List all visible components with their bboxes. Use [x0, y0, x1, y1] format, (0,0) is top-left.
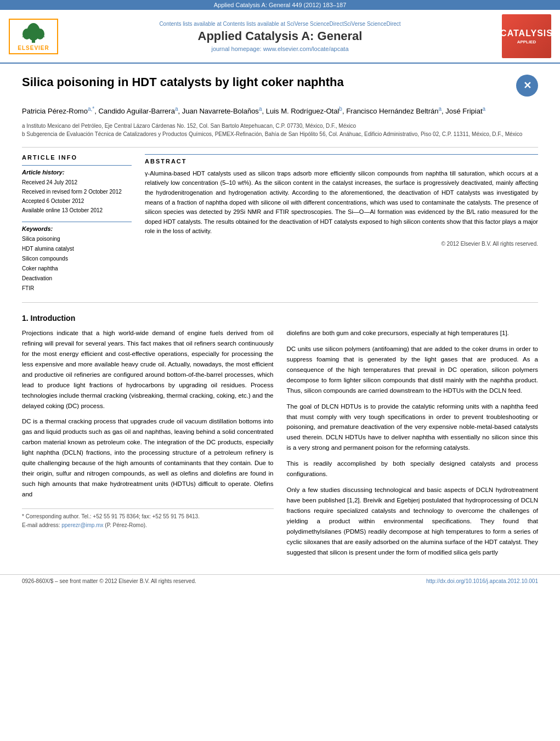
body-para-right-1: diolefins are both gum and coke precurso…: [287, 328, 539, 338]
author-hernandez: Francisco Hernández Beltrán: [346, 107, 438, 115]
homepage-url[interactable]: www.elsevier.com/locate/apcata: [263, 46, 349, 52]
body-para-right-3: The goal of DLCN HDTUs is to provide the…: [287, 401, 539, 454]
issn-line: 0926-860X/$ – see front matter © 2012 El…: [22, 578, 196, 584]
footnote-email-label: E-mail address:: [22, 522, 60, 528]
article-info-column: ARTICLE INFO Article history: Received 2…: [22, 154, 132, 293]
bottom-bar: 0926-860X/$ – see front matter © 2012 El…: [0, 574, 560, 587]
author-rodriguez: Luis M. Rodríguez-Otal: [266, 107, 340, 115]
body-para-2: DC is a thermal cracking process that up…: [22, 416, 274, 500]
journal-title: Applied Catalysis A: General: [69, 29, 491, 43]
keyword-3: Silicon compounds: [22, 254, 132, 264]
author-aguilar: Candido Aguilar-Barrera: [98, 107, 174, 115]
abstract-section: ABSTRACT γ-Alumina-based HDT catalysts u…: [145, 154, 538, 247]
body-para-1: Projections indicate that a high world-w…: [22, 328, 274, 411]
available-date: Available online 13 October 2012: [22, 206, 132, 215]
keyword-4: Coker naphtha: [22, 264, 132, 274]
doi-link[interactable]: http://dx.doi.org/10.1016/j.apcata.2012.…: [426, 578, 538, 584]
body-para-right-5: Only a few studies discussing technologi…: [287, 485, 539, 558]
footnote-email-line: E-mail address: pperezr@imp.mx (P. Pérez…: [22, 521, 274, 530]
crossmark-icon[interactable]: ✕: [516, 75, 538, 97]
abstract-text: γ-Alumina-based HDT catalysts used as si…: [145, 169, 538, 236]
homepage-label: journal homepage:: [211, 46, 261, 52]
sciverse-line: Contents lists available at Contents lis…: [69, 21, 491, 27]
footnote-email-note: (P. Pérez-Romo).: [105, 522, 147, 528]
affiliation-a: a Instituto Mexicano del Petróleo, Eje C…: [22, 122, 538, 130]
journal-center: Contents lists available at Contents lis…: [69, 21, 491, 52]
author-perez: Patricia Pérez-Romo: [22, 107, 88, 115]
footnote-section: * Corresponding author. Tel.: +52 55 91 …: [22, 508, 274, 530]
footnote-star-text: * Corresponding author. Tel.: +52 55 91 …: [22, 513, 200, 519]
keywords-title: Keywords:: [22, 225, 132, 232]
article-content: Silica poisoning in HDT catalysts by lig…: [0, 64, 560, 574]
footnote-email-link[interactable]: pperezr@imp.mx: [61, 522, 103, 528]
author-fripiat: José Fripiat: [445, 107, 482, 115]
copyright-line: © 2012 Elsevier B.V. All rights reserved…: [145, 241, 538, 247]
article-info-heading: ARTICLE INFO: [22, 154, 132, 161]
divider-bottom: [22, 302, 538, 303]
article-title: Silica poisoning in HDT catalysts by lig…: [22, 75, 510, 90]
journal-citation: Applied Catalysis A: General 449 (2012) …: [214, 2, 347, 8]
received-date: Received 24 July 2012: [22, 178, 132, 187]
abstract-column: ABSTRACT γ-Alumina-based HDT catalysts u…: [145, 154, 538, 293]
journal-homepage: journal homepage: www.elsevier.com/locat…: [69, 46, 491, 52]
body-para-right-2: DC units use silicon polymers (antifoami…: [287, 344, 539, 396]
elsevier-logo: ELSEVIER: [9, 19, 58, 54]
keywords-list: Silica poisoning HDT alumina catalyst Si…: [22, 234, 132, 293]
catalysis-journal-logo: CATALYSIS APPLIED: [502, 14, 551, 58]
received-revised-date: Received in revised form 2 October 2012: [22, 187, 132, 196]
keyword-2: HDT alumina catalyst: [22, 244, 132, 254]
catalysis-logo-subtext: APPLIED: [517, 39, 536, 44]
catalysis-logo-text: CATALYSIS: [500, 29, 553, 38]
keyword-5: Deactivation: [22, 274, 132, 284]
article-history: Article history: Received 24 July 2012 R…: [22, 165, 132, 215]
elsevier-tree-icon: [17, 22, 50, 44]
article-info-abstract-section: ARTICLE INFO Article history: Received 2…: [22, 154, 538, 293]
keywords-section: Keywords: Silica poisoning HDT alumina c…: [22, 222, 132, 293]
accepted-date: Accepted 6 October 2012: [22, 196, 132, 206]
footnote-star-line: * Corresponding author. Tel.: +52 55 91 …: [22, 512, 274, 521]
body-section: 1. Introduction Projections indicate tha…: [22, 314, 538, 563]
body-left-column: Projections indicate that a high world-w…: [22, 328, 274, 563]
sciverse-prefix: Contents lists available at: [159, 21, 223, 27]
affiliations: a Instituto Mexicano del Petróleo, Eje C…: [22, 122, 538, 138]
body-right-column: diolefins are both gum and coke precurso…: [287, 328, 539, 563]
sciverse-link[interactable]: Contents lists available at SciVerse Sci…: [223, 21, 344, 27]
journal-citation-bar: Applied Catalysis A: General 449 (2012) …: [0, 0, 560, 10]
elsevier-brand-text: ELSEVIER: [18, 45, 49, 51]
abstract-heading: ABSTRACT: [145, 158, 538, 165]
article-history-title: Article history:: [22, 169, 132, 176]
keyword-6: FTIR: [22, 284, 132, 293]
journal-header: ELSEVIER Contents lists available at Con…: [0, 10, 560, 64]
divider-top: [22, 147, 538, 148]
body-two-col: Projections indicate that a high world-w…: [22, 328, 538, 563]
keyword-1: Silica poisoning: [22, 234, 132, 244]
affiliation-b: b Subgerencia de Evaluación Técnica de C…: [22, 130, 538, 138]
author-navarrete: Juan Navarrete-Bolaños: [182, 107, 259, 115]
authors-line: Patricia Pérez-Romoa,*, Candido Aguilar-…: [22, 105, 538, 117]
body-para-right-4: This is readily accomplished by both spe…: [287, 459, 539, 479]
sciverse-name: SciVerse ScienceDirect: [344, 21, 401, 27]
section1-title: 1. Introduction: [22, 314, 538, 323]
